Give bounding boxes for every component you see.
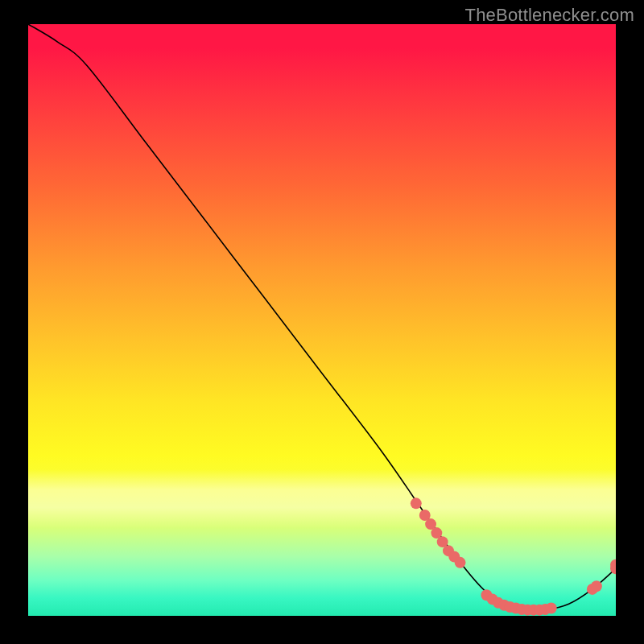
chart-container: TheBottlenecker.com: [0, 0, 644, 644]
chart-svg: [28, 24, 616, 616]
plot-area: [28, 24, 616, 616]
attribution-label: TheBottlenecker.com: [465, 5, 634, 26]
data-marker: [411, 497, 422, 509]
bottleneck-curve: [28, 24, 616, 612]
marker-group: [411, 497, 616, 615]
data-marker: [546, 602, 557, 613]
data-marker: [455, 557, 466, 568]
data-marker: [591, 580, 602, 592]
curve-group: [28, 24, 616, 612]
